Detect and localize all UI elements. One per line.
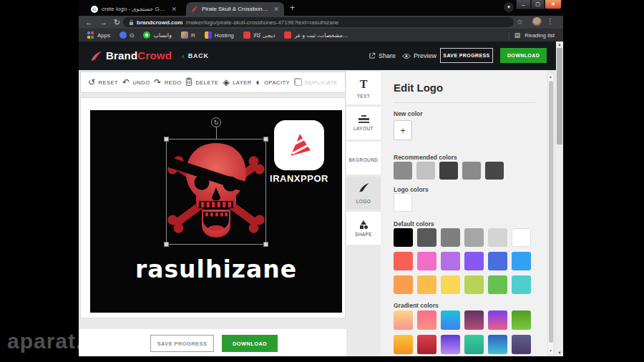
bookmarks-bar: AppsGواتساپRHostingدیجی کالامشخصات، ثبت … xyxy=(79,29,563,41)
gradient-color-swatch[interactable] xyxy=(512,335,531,354)
scrollbar-thumb[interactable] xyxy=(549,81,553,343)
default-color-swatch[interactable] xyxy=(394,228,413,247)
default-color-swatch[interactable] xyxy=(417,252,436,270)
trash-icon xyxy=(185,77,192,87)
back-icon[interactable]: ← xyxy=(85,19,93,26)
default-color-swatch[interactable] xyxy=(488,275,507,294)
default-color-swatch[interactable] xyxy=(464,275,484,294)
tab-close-icon[interactable]: ✕ xyxy=(273,6,279,13)
scroll-down-icon[interactable]: ▼ xyxy=(548,349,553,353)
add-color-button[interactable]: + xyxy=(394,120,412,140)
gradient-color-swatch[interactable] xyxy=(394,310,413,330)
panel-scrollbar[interactable]: ▲ ▼ xyxy=(547,73,554,355)
default-color-swatch[interactable] xyxy=(417,275,436,294)
gradient-color-swatch[interactable] xyxy=(394,335,413,354)
hosting-icon xyxy=(205,31,212,39)
scroll-up-icon[interactable]: ▲ xyxy=(548,75,553,79)
bookmark-item[interactable]: G xyxy=(119,31,134,39)
toolbar-label: REDO xyxy=(165,79,182,86)
bookmark-label: دیجی کالا xyxy=(253,32,275,39)
default-color-swatch[interactable] xyxy=(417,228,436,247)
default-color-swatch[interactable] xyxy=(441,228,460,247)
share-button[interactable]: Share xyxy=(369,52,396,59)
bookmark-item[interactable]: Hosting xyxy=(205,31,234,39)
bookmark-item[interactable]: مشخصات، ثبت و غر... xyxy=(284,31,347,39)
browser-menu-icon[interactable]: ⋮ xyxy=(547,17,554,25)
default-color-swatch[interactable] xyxy=(394,252,413,270)
tab-logo[interactable]: LOGO xyxy=(346,177,381,210)
undo-button[interactable]: ↶UNDO xyxy=(122,78,150,87)
recommended-colors-label: Recommended colors xyxy=(394,154,457,161)
recommended-color-swatch[interactable] xyxy=(485,162,504,180)
tab-shape[interactable]: SHAPE xyxy=(346,212,381,245)
back-link[interactable]: ‹ BACK xyxy=(182,52,209,60)
minimize-button[interactable]: – xyxy=(516,0,531,9)
tab-layout[interactable]: LAYOUT xyxy=(346,107,381,140)
default-color-swatch[interactable] xyxy=(441,275,460,294)
gradient-color-swatch[interactable] xyxy=(488,310,507,330)
scrollbar-thumb[interactable] xyxy=(557,48,562,145)
maximize-button[interactable]: ▢ xyxy=(531,0,545,9)
recommended-color-swatch[interactable] xyxy=(462,162,481,180)
default-color-swatch[interactable] xyxy=(512,228,531,247)
opacity-button[interactable]: ◐OPACITY xyxy=(256,78,291,87)
new-tab-button[interactable]: + xyxy=(290,3,295,13)
preview-button[interactable]: Preview xyxy=(402,52,436,59)
bookmark-item[interactable]: Apps xyxy=(87,31,110,39)
bookmark-item[interactable]: واتساپ xyxy=(143,31,171,39)
default-color-swatch[interactable] xyxy=(488,252,507,270)
default-color-swatch[interactable] xyxy=(488,228,507,247)
reading-list[interactable]: | ▤ Reading list xyxy=(508,31,555,39)
recommended-color-swatch[interactable] xyxy=(439,162,458,180)
gradient-color-swatch[interactable] xyxy=(488,335,507,354)
gradient-color-swatch[interactable] xyxy=(464,310,484,330)
default-color-swatch[interactable] xyxy=(441,252,460,270)
reload-icon[interactable]: ↻ xyxy=(114,19,120,26)
recommended-color-swatch[interactable] xyxy=(394,162,412,180)
save-progress-button[interactable]: SAVE PROGRESS xyxy=(150,335,214,352)
google-favicon: G xyxy=(91,6,98,13)
gradient-color-swatch[interactable] xyxy=(417,335,436,354)
reset-button[interactable]: ↺RESET xyxy=(88,78,118,87)
default-color-swatch[interactable] xyxy=(512,252,531,270)
address-bar[interactable]: brandcrowd.com/maker/logo/pirate-skull-c… xyxy=(123,17,514,27)
download-button[interactable]: DOWNLOAD xyxy=(500,48,547,63)
delete-button[interactable]: DELETE xyxy=(185,77,218,87)
default-color-swatch[interactable] xyxy=(512,275,531,294)
bookmark-item[interactable]: R xyxy=(181,31,195,39)
skull-crossbones-logo[interactable] xyxy=(167,140,265,243)
scroll-down-icon[interactable]: ▼ xyxy=(556,351,563,356)
bookmark-item[interactable]: دیجی کالا xyxy=(243,31,275,39)
rotate-handle[interactable]: ↻ xyxy=(211,117,221,127)
close-button[interactable]: ✕ xyxy=(545,0,562,9)
gradient-color-swatch[interactable] xyxy=(417,310,436,330)
default-color-swatch[interactable] xyxy=(464,252,484,270)
profile-avatar[interactable] xyxy=(532,17,542,26)
redo-button[interactable]: ↷REDO xyxy=(154,78,181,87)
browser-tab-google[interactable]: G crete logo - جستجوی Google ✕ xyxy=(86,2,182,16)
layer-button[interactable]: ◈LAYER xyxy=(223,78,251,87)
tab-search-icon[interactable]: ▾ xyxy=(504,2,514,12)
gradient-color-swatch[interactable] xyxy=(512,310,531,330)
brandcrowd-logo[interactable]: BrandCrowd xyxy=(90,49,172,62)
download-button[interactable]: DOWNLOAD xyxy=(222,335,278,352)
tab-bkground[interactable]: BKGROUND xyxy=(346,142,381,175)
default-color-swatch[interactable] xyxy=(464,228,484,247)
scroll-up-icon[interactable]: ▲ xyxy=(556,43,563,47)
logo-text[interactable]: rasulhizane xyxy=(90,255,342,283)
tab-text[interactable]: TTEXT xyxy=(346,72,381,104)
logo-canvas[interactable]: ↻ xyxy=(90,110,342,313)
recommended-color-swatch[interactable] xyxy=(416,162,435,180)
gradient-color-swatch[interactable] xyxy=(441,335,460,354)
page-scrollbar[interactable]: ▲ ▼ xyxy=(556,41,563,356)
gradient-color-swatch[interactable] xyxy=(441,310,460,330)
logo-color-swatch[interactable] xyxy=(394,193,412,212)
default-color-swatch[interactable] xyxy=(394,275,413,294)
gradient-color-swatch[interactable] xyxy=(464,335,484,354)
tab-close-icon[interactable]: ✕ xyxy=(171,6,177,13)
edit-logo-panel: Edit Logo New color + Recommended colors… xyxy=(381,70,547,356)
bookmark-star-icon[interactable]: ☆ xyxy=(517,18,523,26)
save-progress-button[interactable]: SAVE PROGRESS xyxy=(440,48,493,63)
browser-tab-brandcrowd[interactable]: Pirate Skull & Crossbones Logo | ✕ xyxy=(186,2,284,16)
forward-icon[interactable]: → xyxy=(99,19,107,26)
